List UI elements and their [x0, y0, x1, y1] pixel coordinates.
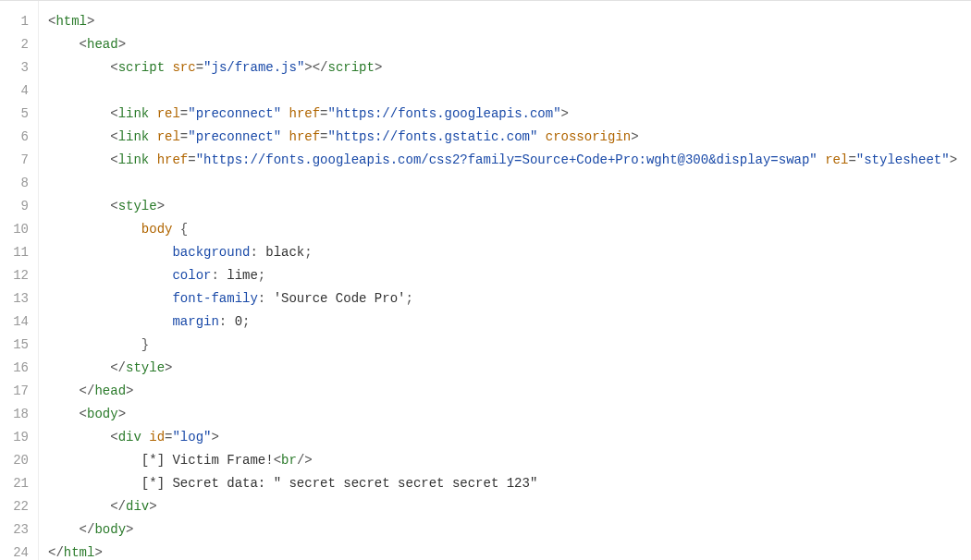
token: <: [110, 152, 117, 167]
code-line[interactable]: [*] Secret data: " secret secret secret …: [48, 472, 971, 495]
code-line[interactable]: <link rel="preconnect" href="https://fon…: [48, 103, 971, 126]
token: :: [211, 268, 218, 283]
token: body: [94, 522, 126, 537]
code-line[interactable]: font-family: 'Source Code Pro';: [48, 287, 971, 310]
code-line[interactable]: <script src="js/frame.js"></script>: [48, 56, 971, 79]
token: />: [297, 453, 313, 468]
token: ;: [242, 314, 250, 329]
code-line[interactable]: </html>: [48, 542, 971, 560]
token: body: [141, 222, 173, 237]
token: margin: [172, 314, 218, 329]
token: head: [87, 37, 118, 52]
token: ;: [405, 291, 412, 306]
token: href: [289, 106, 321, 121]
code-line[interactable]: [48, 172, 971, 195]
token: html: [55, 14, 87, 29]
token: "https://fonts.googleapis.com/css2?famil…: [196, 152, 817, 167]
token: >: [950, 152, 957, 167]
token: "https://fonts.googleapis.com": [328, 106, 561, 121]
token: >: [375, 60, 382, 75]
line-number: 2: [0, 33, 38, 56]
token: >: [126, 522, 133, 537]
token: href: [289, 129, 321, 144]
token: font-family: [172, 291, 257, 306]
code-line[interactable]: [*] Victim Frame!<br/>: [48, 449, 971, 472]
line-number: 20: [0, 449, 38, 472]
token: </: [48, 545, 64, 560]
token: 0: [227, 314, 242, 329]
line-number: 5: [0, 103, 38, 126]
code-editor-area[interactable]: <html> <head> <script src="js/frame.js">…: [39, 1, 971, 560]
token: </: [110, 360, 126, 375]
token: [537, 129, 545, 144]
token: {: [180, 222, 188, 237]
token: 'Source Code Pro': [265, 291, 405, 306]
token: >: [87, 14, 94, 29]
token: </: [313, 60, 328, 75]
token: <: [110, 60, 117, 75]
code-line[interactable]: </head>: [48, 380, 971, 403]
line-number-gutter: 123456789101112131415161718192021222324: [0, 1, 39, 560]
token: =: [320, 129, 327, 144]
code-line[interactable]: color: lime;: [48, 264, 971, 287]
token: <: [110, 106, 117, 121]
token: >: [118, 407, 126, 421]
token: </: [110, 499, 126, 514]
code-line[interactable]: }: [48, 334, 971, 357]
code-line[interactable]: body {: [48, 218, 971, 241]
code-line[interactable]: </body>: [48, 518, 971, 542]
token: >: [157, 199, 165, 213]
token: head: [94, 383, 126, 398]
token: ;: [304, 245, 312, 260]
token: "preconnect": [188, 129, 281, 144]
token: [281, 106, 289, 121]
token: :: [258, 291, 265, 306]
code-line[interactable]: <link href="https://fonts.googleapis.com…: [48, 149, 971, 172]
token: =: [848, 152, 855, 167]
line-number: 14: [0, 310, 38, 334]
code-line[interactable]: </style>: [48, 357, 971, 380]
token: =: [180, 106, 188, 121]
token: rel: [157, 106, 180, 121]
token: <: [274, 453, 281, 468]
token: >: [165, 360, 172, 375]
token: <: [80, 407, 87, 421]
token: br: [281, 453, 297, 468]
line-number: 3: [0, 56, 38, 79]
token: lime: [219, 268, 258, 283]
token: crossorigin: [546, 129, 631, 144]
token: [*] Victim Frame!: [141, 453, 274, 468]
code-line[interactable]: <head>: [48, 33, 971, 56]
code-line[interactable]: </div>: [48, 495, 971, 518]
token: div: [126, 499, 149, 514]
code-line[interactable]: <html>: [48, 10, 971, 33]
token: src: [172, 60, 195, 75]
token: [281, 129, 289, 144]
token: >: [211, 430, 218, 444]
line-number: 17: [0, 380, 38, 403]
token: :: [219, 314, 227, 329]
token: id: [149, 430, 165, 444]
token: color: [172, 268, 211, 283]
code-line[interactable]: <style>: [48, 195, 971, 218]
code-line[interactable]: <body>: [48, 403, 971, 426]
code-line[interactable]: background: black;: [48, 241, 971, 264]
line-number: 19: [0, 426, 38, 449]
token: "preconnect": [188, 106, 281, 121]
token: >: [118, 37, 126, 52]
code-line[interactable]: margin: 0;: [48, 310, 971, 334]
token: "https://fonts.gstatic.com": [328, 129, 538, 144]
token: >: [149, 499, 156, 514]
token: [149, 129, 156, 144]
line-number: 21: [0, 472, 38, 495]
line-number: 23: [0, 518, 38, 542]
code-line[interactable]: [48, 79, 971, 103]
token: =: [188, 152, 195, 167]
token: =: [320, 106, 327, 121]
line-number: 7: [0, 149, 38, 172]
code-line[interactable]: <div id="log">: [48, 426, 971, 449]
code-line[interactable]: <link rel="preconnect" href="https://fon…: [48, 126, 971, 149]
token: [172, 222, 179, 237]
token: >: [304, 60, 312, 75]
token: script: [328, 60, 375, 75]
